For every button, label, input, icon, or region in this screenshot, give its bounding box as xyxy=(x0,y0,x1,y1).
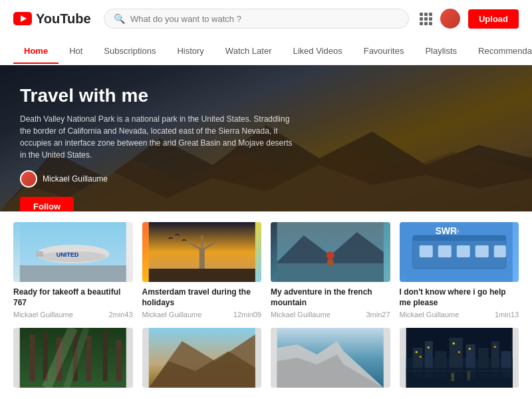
svg-rect-10 xyxy=(37,251,43,257)
video-meta: Mickael Guillaume 1min13 xyxy=(400,311,519,319)
nav-item-favourites[interactable]: Favourites xyxy=(353,38,415,64)
header-right: Upload xyxy=(420,9,519,29)
search-bar: 🔍 xyxy=(104,9,409,29)
video-duration: 12min09 xyxy=(233,311,261,319)
svg-rect-39 xyxy=(103,332,108,381)
svg-rect-22 xyxy=(327,260,334,265)
svg-rect-64 xyxy=(468,348,470,350)
avatar[interactable] xyxy=(440,9,460,29)
nav-item-recommendations[interactable]: Recommendations xyxy=(467,38,532,64)
youtube-icon xyxy=(13,12,32,25)
video-thumbnail: UNITED xyxy=(13,222,133,282)
video-card[interactable] xyxy=(142,328,262,393)
svg-rect-6 xyxy=(20,265,126,282)
video-thumbnail xyxy=(142,328,262,388)
hero-content: Travel with me Death Valley National Par… xyxy=(0,65,532,211)
nav-item-watch-later[interactable]: Watch Later xyxy=(215,38,283,64)
video-author: Mickael Guillaume xyxy=(271,311,331,319)
svg-rect-65 xyxy=(493,346,495,348)
navigation: Home Hot Subscriptions History Watch Lat… xyxy=(0,37,532,65)
svg-rect-59 xyxy=(415,351,417,353)
video-meta: Mickael Guillaume 12min09 xyxy=(142,311,262,319)
nav-item-home[interactable]: Home xyxy=(13,38,59,64)
svg-rect-38 xyxy=(86,336,92,381)
video-meta: Mickael Guillaume 2min43 xyxy=(13,311,133,319)
search-input[interactable] xyxy=(130,14,399,24)
svg-rect-62 xyxy=(452,342,454,344)
svg-rect-28 xyxy=(456,245,469,257)
nav-item-subscriptions[interactable]: Subscriptions xyxy=(93,38,166,64)
video-thumbnail xyxy=(13,328,133,388)
svg-rect-35 xyxy=(43,331,48,381)
nav-item-liked[interactable]: Liked Videos xyxy=(282,38,352,64)
svg-text:UNITED: UNITED xyxy=(57,251,79,258)
main-content: UNITED Ready for takeoff a beautiful 767… xyxy=(0,211,532,399)
svg-rect-19 xyxy=(277,263,384,282)
video-card[interactable] xyxy=(13,328,133,393)
video-title: My adventure in the french mountain xyxy=(271,287,390,308)
video-card[interactable]: SWR 57-64 I don't know where i go help m… xyxy=(400,222,519,319)
svg-rect-12 xyxy=(148,269,255,282)
svg-rect-25 xyxy=(412,235,505,241)
svg-point-20 xyxy=(327,251,334,259)
video-title: Ready for takeoff a beautiful 767 xyxy=(13,287,133,308)
video-duration: 2min43 xyxy=(108,311,132,319)
svg-rect-27 xyxy=(438,245,451,257)
hero-author-avatar xyxy=(20,170,37,188)
video-duration: 3min27 xyxy=(366,311,390,319)
svg-rect-69 xyxy=(467,371,469,380)
logo: YouTube xyxy=(13,11,93,27)
svg-rect-30 xyxy=(493,245,505,257)
svg-text:57-64: 57-64 xyxy=(447,229,459,233)
hero-description: Death Valley National Park is a national… xyxy=(20,113,299,161)
grid-icon[interactable] xyxy=(420,13,432,25)
hero-author-name: Mickael Guillaume xyxy=(43,174,108,184)
follow-button[interactable]: Follow xyxy=(20,197,74,211)
header: YouTube 🔍 Upload xyxy=(0,0,532,37)
svg-rect-60 xyxy=(419,356,421,358)
video-title: Amsterdam travel during the holidays xyxy=(142,287,262,308)
logo-text: YouTube xyxy=(36,11,91,27)
video-thumbnail xyxy=(271,222,390,282)
video-grid-row2 xyxy=(13,328,519,393)
search-icon: 🔍 xyxy=(114,13,125,24)
video-meta: Mickael Guillaume 3min27 xyxy=(271,311,390,319)
svg-rect-63 xyxy=(458,351,460,353)
video-card[interactable]: UNITED Ready for takeoff a beautiful 767… xyxy=(13,222,133,319)
video-author: Mickael Guillaume xyxy=(400,311,460,319)
nav-item-history[interactable]: History xyxy=(166,38,214,64)
nav-item-hot[interactable]: Hot xyxy=(59,38,93,64)
svg-rect-29 xyxy=(475,245,488,257)
svg-rect-13 xyxy=(199,249,204,269)
video-thumbnail: SWR 57-64 xyxy=(400,222,519,282)
hero-title: Travel with me xyxy=(20,85,512,106)
video-card[interactable] xyxy=(271,328,390,393)
video-thumbnail xyxy=(271,328,390,388)
hero-banner: Travel with me Death Valley National Par… xyxy=(0,65,532,211)
video-grid: UNITED Ready for takeoff a beautiful 767… xyxy=(13,222,519,319)
hero-author: Mickael Guillaume xyxy=(20,170,512,188)
video-card[interactable] xyxy=(400,328,519,393)
svg-rect-40 xyxy=(116,340,122,381)
video-title: I don't know where i go help me please xyxy=(400,287,519,308)
video-card[interactable]: Amsterdam travel during the holidays Mic… xyxy=(142,222,262,319)
upload-button[interactable]: Upload xyxy=(468,9,519,29)
video-card[interactable]: My adventure in the french mountain Mick… xyxy=(271,222,390,319)
video-author: Mickael Guillaume xyxy=(142,311,202,319)
svg-rect-34 xyxy=(30,334,35,381)
svg-rect-68 xyxy=(451,373,454,381)
svg-rect-61 xyxy=(427,346,429,348)
video-thumbnail xyxy=(142,222,262,282)
video-thumbnail xyxy=(400,328,519,388)
video-author: Mickael Guillaume xyxy=(13,311,73,319)
svg-rect-26 xyxy=(419,245,432,257)
nav-item-playlists[interactable]: Playlists xyxy=(414,38,467,64)
video-duration: 1min13 xyxy=(495,311,519,319)
